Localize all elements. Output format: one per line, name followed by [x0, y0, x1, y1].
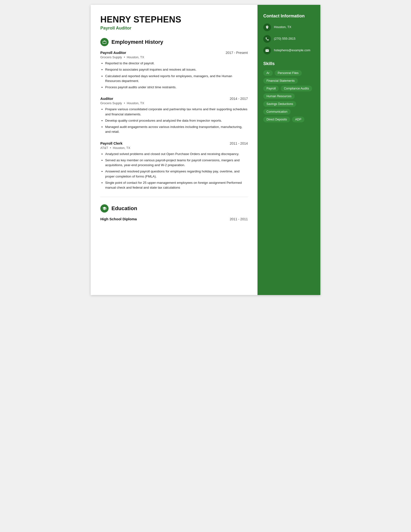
edu-degree-0: High School Diploma — [100, 217, 137, 221]
job-bullet-1-0: Prepare various consolidated corporate a… — [105, 107, 248, 117]
job-bullet-1-2: Managed audit engagements across various… — [105, 124, 248, 134]
name-section: HENRY STEPHENS Payroll Auditor — [100, 15, 248, 31]
skills-heading: Skills — [263, 61, 315, 66]
section-divider — [100, 197, 248, 197]
edu-dates-0: 2011 - 2011 — [230, 217, 248, 221]
email-text: hstephens@example.com — [274, 47, 310, 52]
skill-tag-4: Compliance Audits — [281, 86, 312, 91]
job-bullets-2: Analyzed solved problems and closed out … — [100, 152, 248, 190]
skill-tag-0: Ar — [263, 70, 273, 76]
job-bullet-2-3: Single point of contact for 25 upper-man… — [105, 180, 248, 190]
skill-tag-3: Payroll — [263, 86, 279, 91]
employment-title: Employment History — [112, 39, 163, 45]
job-title-2: Payroll Clerk — [100, 141, 122, 145]
job-title-0: Payroll Auditor — [100, 50, 126, 55]
job-bullet-0-0: Reported to the director of payroll. — [105, 61, 248, 66]
phone-icon — [263, 35, 271, 43]
location-icon — [263, 23, 271, 31]
job-bullet-0-2: Calculated and reported days worked repo… — [105, 74, 248, 84]
resume-container: HENRY STEPHENS Payroll Auditor Employmen… — [91, 5, 320, 295]
job-entry-1: Auditor2014 - 2017Grocers Supply • Houst… — [100, 96, 248, 134]
skill-tag-5: Human Resources — [263, 93, 295, 99]
job-dates-1: 2014 - 2017 — [230, 97, 248, 101]
job-entry-2: Payroll Clerk2011 - 2014AT&T • Houston, … — [100, 141, 248, 190]
job-header-2: Payroll Clerk2011 - 2014 — [100, 141, 248, 145]
skill-tag-2: Financial Statements — [263, 78, 298, 84]
job-company-2: AT&T • Houston, TX — [100, 146, 248, 150]
job-title-main: Payroll Auditor — [100, 26, 248, 31]
skill-tag-8: Direct Deposits — [263, 116, 290, 122]
job-entry-0: Payroll Auditor2017 - PresentGrocers Sup… — [100, 50, 248, 90]
contact-heading: Contact Information — [263, 14, 315, 19]
job-header-0: Payroll Auditor2017 - Present — [100, 50, 248, 55]
jobs-container: Payroll Auditor2017 - PresentGrocers Sup… — [100, 50, 248, 190]
job-company-0: Grocers Supply • Houston, TX — [100, 55, 248, 59]
education-section-header: Education — [100, 204, 248, 213]
job-bullets-0: Reported to the director of payroll.Resp… — [100, 61, 248, 90]
location-text: Houston, TX — [274, 23, 291, 29]
contact-phone: (270) 555-2815 — [263, 35, 315, 43]
job-bullet-2-0: Analyzed solved problems and closed out … — [105, 152, 248, 156]
contact-location: Houston, TX — [263, 23, 315, 31]
contact-email: hstephens@example.com — [263, 47, 315, 54]
skill-tag-7: Communication — [263, 109, 291, 115]
job-title-1: Auditor — [100, 96, 113, 101]
job-bullet-1-1: Develop quality control procedures and a… — [105, 118, 248, 123]
full-name: HENRY STEPHENS — [100, 15, 248, 25]
right-panel: Contact Information Houston, TX (270) 55… — [257, 5, 320, 295]
job-bullet-2-2: Answered and resolved payroll questions … — [105, 169, 248, 179]
phone-text: (270) 555-2815 — [274, 35, 295, 41]
job-dates-2: 2011 - 2014 — [230, 142, 248, 145]
email-icon — [263, 47, 271, 54]
left-panel: HENRY STEPHENS Payroll Auditor Employmen… — [91, 5, 257, 295]
skill-tag-1: Personnel Files — [275, 70, 302, 76]
education-icon — [100, 204, 109, 213]
skills-list: ArPersonnel FilesFinancial StatementsPay… — [263, 70, 315, 122]
edu-container: High School Diploma2011 - 2011 — [100, 217, 248, 221]
job-company-1: Grocers Supply • Houston, TX — [100, 101, 248, 105]
edu-entry-0: High School Diploma2011 - 2011 — [100, 217, 248, 221]
employment-section-header: Employment History — [100, 38, 248, 46]
job-bullet-0-1: Respond to associates payroll inquiries … — [105, 67, 248, 72]
job-header-1: Auditor2014 - 2017 — [100, 96, 248, 101]
job-bullet-2-1: Served as key member on various payroll-… — [105, 158, 248, 168]
job-bullet-0-3: Process payroll audits under strict time… — [105, 85, 248, 90]
job-dates-0: 2017 - Present — [225, 51, 248, 55]
skill-tag-6: Savings Deductions — [263, 101, 296, 107]
skill-tag-9: ADP — [292, 116, 305, 122]
job-bullets-1: Prepare various consolidated corporate a… — [100, 107, 248, 134]
education-title: Education — [112, 205, 137, 212]
employment-icon — [100, 38, 109, 46]
